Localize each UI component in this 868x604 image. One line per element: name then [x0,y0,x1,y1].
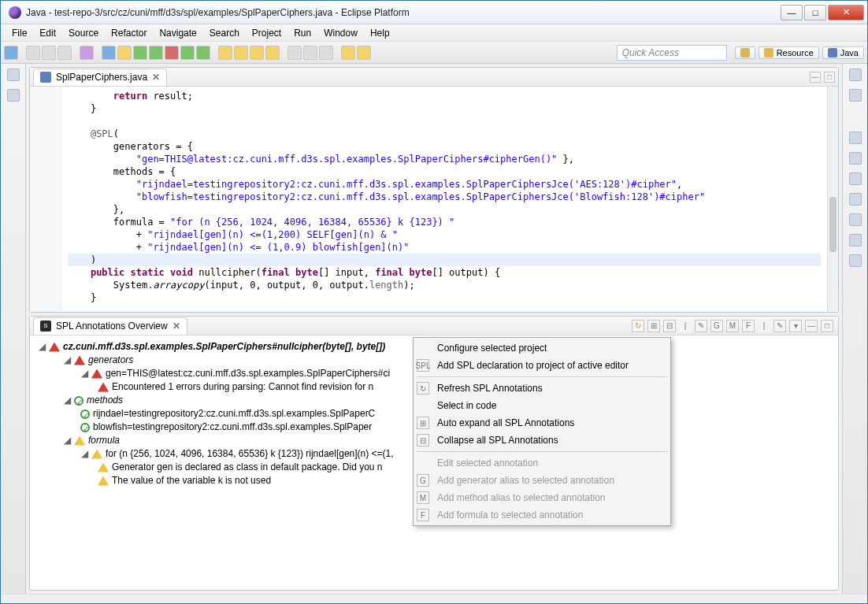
spl-tab[interactable]: S SPL Annotations Overview ✕ [33,317,187,335]
view-shortcut-icon[interactable] [849,132,862,144]
perspective-resource[interactable]: Resource [759,46,819,59]
quick-access-input[interactable]: Quick Access [617,45,727,61]
tree-item[interactable]: blowfish=testingrepository2:cz.cuni.mff.… [93,421,372,434]
editor-tab[interactable]: SplPaperCiphers.java ✕ [33,69,167,86]
menu-item-icon: M [417,491,429,504]
tree-error-msg[interactable]: Encountered 1 errors during parsing: Can… [112,380,373,394]
menu-item-label: Configure selected project [437,342,547,355]
new-package-button[interactable] [218,46,232,60]
gen-icon[interactable]: G [710,320,723,332]
tree-root[interactable]: cz.cuni.mff.d3s.spl.examples.SplPaperCip… [63,340,385,354]
edit-icon[interactable]: ✎ [695,320,707,332]
open-perspective-button[interactable] [735,46,755,59]
view-shortcut-icon[interactable] [849,234,862,246]
annotation-nav-button[interactable] [303,46,317,60]
view-shortcut-icon[interactable] [849,172,862,185]
menu-window[interactable]: Window [317,26,364,40]
left-trim [1,64,26,594]
context-menu-item[interactable]: ⊞Auto expand all SPL Annotations [414,414,670,432]
tree-item[interactable]: gen=THIS@latest:cz.cuni.mff.d3s.spl.exam… [106,367,390,380]
forward-button[interactable] [357,46,371,60]
back-button[interactable] [341,46,355,60]
skip-breakpoints-icon[interactable] [117,46,132,60]
editor-scrollbar[interactable] [827,87,838,312]
tree-item[interactable]: rijndael=testingrepository2:cz.cuni.mff.… [93,407,375,421]
run-last-button[interactable] [180,46,195,60]
run-button[interactable] [149,46,163,60]
menu-item-icon: SPL [417,359,429,372]
collapse-all-icon[interactable]: ⊟ [663,320,676,332]
view-menu-icon[interactable]: ▾ [789,320,802,332]
coverage-button[interactable] [165,46,179,60]
context-menu-item[interactable]: ↻Refresh SPL Annotations [414,380,670,397]
menu-edit[interactable]: Edit [33,26,62,40]
formula-icon[interactable]: F [742,320,755,332]
menu-refactor[interactable]: Refactor [105,26,153,40]
menu-source[interactable]: Source [62,26,105,40]
error-icon [91,369,102,379]
save-all-button[interactable] [42,46,56,60]
context-menu-item[interactable]: Select in code [414,397,670,414]
context-menu: Configure selected projectSPLAdd SPL dec… [413,337,671,526]
open-type-button[interactable] [265,46,280,60]
context-menu-item[interactable]: Configure selected project [414,339,670,357]
maximize-pane-icon[interactable]: □ [824,72,835,83]
build-button[interactable] [80,46,94,60]
view-shortcut-icon[interactable] [849,193,862,206]
task-button[interactable] [319,46,333,60]
expand-all-icon[interactable]: ⊞ [647,320,660,332]
spl-icon: S [40,321,51,332]
view-shortcut-icon[interactable] [849,213,862,226]
perspective-java[interactable]: Java [822,46,864,59]
context-menu-item[interactable]: ⊟Collapse all SPL Annotations [414,432,670,449]
close-button[interactable]: ✕ [828,5,864,20]
spl-annotations-pane: S SPL Annotations Overview ✕ ↻ ⊞ ⊟ | ✎ G… [29,316,839,591]
search-button[interactable] [287,46,302,60]
menu-search[interactable]: Search [203,26,246,40]
link-icon[interactable]: ✎ [773,320,786,332]
new-interface-button[interactable] [250,46,264,60]
close-tab-icon[interactable]: ✕ [152,72,160,83]
spl-tree[interactable]: ◢ cz.cuni.mff.d3s.spl.examples.SplPaperC… [30,335,838,543]
menu-project[interactable]: Project [246,26,287,40]
minimize-pane-icon[interactable]: — [805,320,818,332]
minimize-pane-icon[interactable]: — [810,72,821,83]
close-tab-icon[interactable]: ✕ [172,321,180,332]
new-class-button[interactable] [234,46,248,60]
outline-view-icon[interactable] [849,69,862,81]
view-shortcut-icon[interactable] [849,152,862,165]
maximize-pane-icon[interactable]: □ [821,320,833,332]
tree-warn-msg[interactable]: Generator gen is declared as class in de… [112,461,383,474]
tree-methods[interactable]: methods [87,394,123,407]
refresh-icon[interactable]: ↻ [632,320,644,332]
print-button[interactable] [57,46,72,60]
main-toolbar: Quick Access Resource Java [1,42,867,64]
task-list-icon[interactable] [849,89,862,102]
save-button[interactable] [26,46,40,60]
code-editor[interactable]: return result; } @SPL( generators = { "g… [30,87,838,312]
maximize-button[interactable]: □ [804,5,826,20]
external-tools-button[interactable] [196,46,210,60]
minimize-button[interactable]: — [781,5,803,20]
tree-warn-msg[interactable]: The value of the variable k is not used [112,474,271,487]
menu-run[interactable]: Run [287,26,317,40]
tree-item[interactable]: for (n {256, 1024, 4096, 16384, 65536} k… [106,447,394,461]
view-shortcut-icon[interactable] [7,69,20,81]
menu-file[interactable]: File [6,26,33,40]
new-button[interactable] [4,46,18,60]
code-content: return result; } @SPL( generators = { "g… [61,87,827,312]
method-icon[interactable]: M [726,320,739,332]
tree-formula[interactable]: formula [88,434,120,447]
debug-config-icon[interactable] [102,46,116,60]
menu-item-icon [417,342,429,354]
context-menu-item[interactable]: SPLAdd SPL declaration to project of act… [414,357,670,374]
tree-generators[interactable]: generators [88,354,133,367]
menu-navigate[interactable]: Navigate [153,26,202,40]
view-shortcut-icon[interactable] [849,254,862,267]
menu-item-label: Add method alias to selected annotation [437,491,605,505]
right-trim [842,64,867,594]
menu-help[interactable]: Help [364,26,396,40]
view-shortcut-icon[interactable] [7,89,20,102]
editor-tab-label: SplPaperCiphers.java [56,72,147,83]
debug-button[interactable] [133,46,147,60]
